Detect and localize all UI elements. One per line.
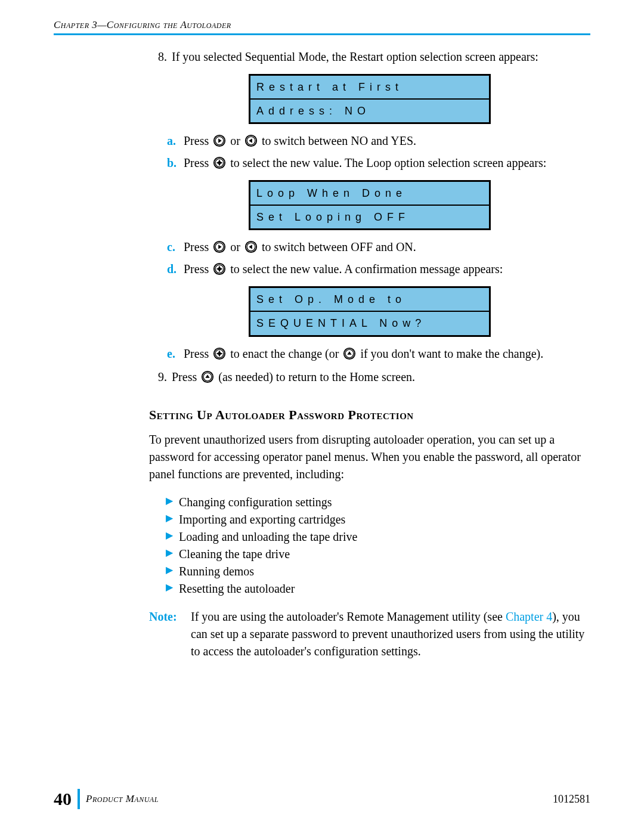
substep-label: d. (167, 261, 184, 278)
text-fragment: Press (184, 156, 212, 169)
enter-button-icon (213, 347, 226, 360)
bullet-text: Resetting the autoloader (179, 580, 295, 597)
step-number: 8. (149, 48, 172, 66)
text-fragment: to select the new value. A confirmation … (230, 262, 503, 275)
substep-e: e. Press to enact the change (or if you … (167, 345, 590, 363)
bullet-marker-icon: ▶ (166, 528, 179, 546)
bullet-marker-icon: ▶ (166, 546, 179, 563)
lcd-screen-confirm: Set Op. Mode to SEQUENTIAL Now? (249, 286, 491, 336)
chapter-link[interactable]: Chapter 4 (506, 610, 552, 623)
step-9: 9. Press (as needed) to return to the Ho… (149, 368, 590, 386)
substep-a: a. Press or to switch between NO and YES… (167, 132, 590, 150)
step-8: 8. If you selected Sequential Mode, the … (149, 48, 590, 66)
substep-d: d. Press to select the new value. A conf… (167, 261, 590, 278)
up-arrow-button-icon (343, 347, 356, 360)
bullet-text: Changing configuration settings (179, 494, 332, 511)
note-label: Note: (149, 608, 191, 660)
text-fragment: If you are using the autoloader's Remote… (191, 610, 506, 623)
document-number: 1012581 (553, 793, 590, 806)
enter-button-icon (213, 156, 226, 169)
lcd-row: Set Op. Mode to (250, 288, 489, 311)
bullet-text: Running demos (179, 563, 254, 580)
bullet-text: Importing and exporting cartridges (179, 511, 345, 528)
left-arrow-button-icon (244, 240, 258, 253)
text-fragment: Press (184, 347, 212, 360)
bullet-marker-icon: ▶ (166, 494, 179, 511)
step-number: 9. (149, 368, 172, 386)
page-number: 40 (54, 789, 78, 809)
bullet-item: ▶Loading and unloading the tape drive (166, 528, 590, 546)
text-fragment: if you don't want to make the change). (360, 347, 543, 360)
substep-c: c. Press or to switch between OFF and ON… (167, 239, 590, 256)
bullet-item: ▶Resetting the autoloader (166, 580, 590, 597)
substep-b: b. Press to select the new value. The Lo… (167, 154, 590, 172)
text-fragment: Press (172, 370, 200, 383)
enter-button-icon (213, 262, 226, 275)
lcd-row: Set Looping OFF (250, 205, 489, 228)
lcd-screen-restart: Restart at First Address: NO (249, 74, 491, 124)
substep-label: e. (167, 345, 184, 363)
substep-label: c. (167, 239, 184, 256)
text-fragment: or (230, 134, 243, 147)
intro-paragraph: To prevent unauthorized users from disru… (149, 431, 590, 483)
substep-label: b. (167, 154, 184, 172)
lcd-row: Loop When Done (250, 182, 489, 205)
note-block: Note: If you are using the autoloader's … (149, 608, 590, 660)
bullet-item: ▶Changing configuration settings (166, 494, 590, 511)
text-fragment: to switch between OFF and ON. (262, 240, 416, 253)
text-fragment: to select the new value. The Loop option… (230, 156, 546, 169)
bullet-item: ▶Cleaning the tape drive (166, 546, 590, 563)
lcd-row: Address: NO (250, 98, 489, 122)
page-footer: 40 Product Manual 1012581 (0, 789, 644, 809)
footer-title: Product Manual (86, 793, 553, 805)
text-fragment: Press (184, 262, 212, 275)
text-fragment: (as needed) to return to the Home screen… (218, 370, 415, 383)
substep-label: a. (167, 132, 184, 150)
text-fragment: Press (184, 134, 212, 147)
text-fragment: or (230, 240, 243, 253)
left-arrow-button-icon (244, 134, 258, 147)
bullet-item: ▶Importing and exporting cartridges (166, 511, 590, 528)
right-arrow-button-icon (213, 134, 226, 147)
lcd-screen-loop: Loop When Done Set Looping OFF (249, 180, 491, 230)
lcd-row: SEQUENTIAL Now? (250, 311, 489, 335)
running-header: Chapter 3—Configuring the Autoloader (54, 19, 590, 31)
step-text: If you selected Sequential Mode, the Res… (172, 48, 590, 66)
bullet-item: ▶Running demos (166, 563, 590, 580)
bullet-marker-icon: ▶ (166, 563, 179, 580)
section-heading: Setting Up Autoloader Password Protectio… (149, 407, 590, 423)
text-fragment: to enact the change (or (230, 347, 342, 360)
footer-divider (78, 789, 80, 809)
text-fragment: Press (184, 240, 212, 253)
header-rule (54, 33, 590, 35)
right-arrow-button-icon (213, 240, 226, 253)
bullet-text: Loading and unloading the tape drive (179, 528, 357, 546)
bullet-marker-icon: ▶ (166, 580, 179, 597)
text-fragment: to switch between NO and YES. (262, 134, 416, 147)
up-arrow-button-icon (201, 370, 214, 383)
bullet-marker-icon: ▶ (166, 511, 179, 528)
lcd-row: Restart at First (250, 76, 489, 98)
bullet-text: Cleaning the tape drive (179, 546, 290, 563)
